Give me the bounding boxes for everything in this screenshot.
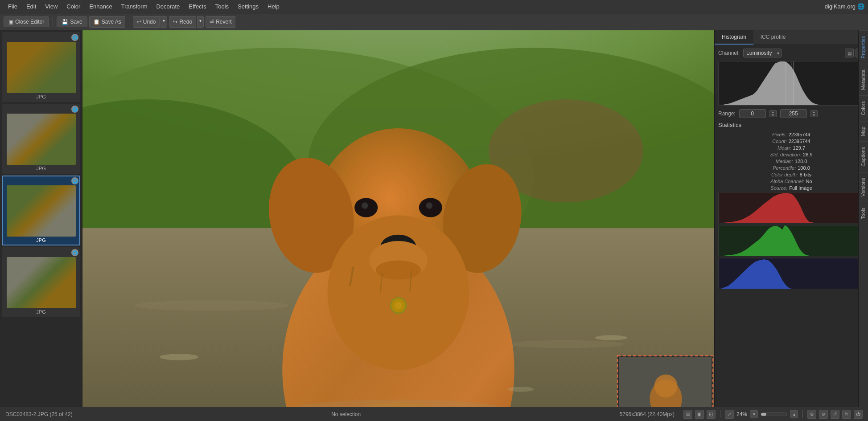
menu-view[interactable]: View bbox=[41, 1, 62, 12]
film-item-4-header: 🌐 bbox=[3, 248, 79, 257]
stat-row-count: Count: 22395744 bbox=[718, 139, 864, 144]
status-filename: DSC03483-2.JPG (25 of 42) bbox=[5, 411, 73, 417]
right-panel-tabs: Histogram ICC profile bbox=[715, 30, 868, 45]
range-max-spin[interactable]: ▲ ▼ bbox=[810, 110, 818, 117]
stat-value-alpha: No bbox=[806, 179, 812, 184]
menu-decorate[interactable]: Decorate bbox=[152, 1, 184, 12]
stat-row-percentile: Percentile: 100.0 bbox=[718, 165, 864, 171]
close-editor-icon: ▣ bbox=[8, 19, 13, 25]
stat-label-count: Count: bbox=[772, 139, 786, 144]
stat-row-source: Source: Full Image bbox=[718, 185, 864, 191]
range-min-input[interactable] bbox=[739, 109, 766, 118]
range-max-up[interactable]: ▲ bbox=[811, 110, 817, 114]
status-filename-section: DSC03483-2.JPG (25 of 42) bbox=[5, 411, 73, 417]
redo-icon: ↪ bbox=[173, 19, 177, 25]
vert-tab-versions[interactable]: Versions bbox=[859, 172, 868, 202]
range-min-spin[interactable]: ▲ ▼ bbox=[769, 110, 777, 117]
undo-button[interactable]: ↩ Undo bbox=[133, 16, 160, 28]
menu-file[interactable]: File bbox=[4, 1, 22, 12]
film-thumb-1 bbox=[7, 42, 76, 93]
menu-color[interactable]: Color bbox=[62, 1, 85, 12]
film-item-2-header: 🌐 bbox=[3, 105, 79, 114]
vert-tab-map[interactable]: Map bbox=[859, 121, 868, 141]
svg-point-25 bbox=[395, 302, 402, 309]
svg-point-33 bbox=[508, 387, 534, 392]
range-min-up[interactable]: ▲ bbox=[770, 110, 776, 114]
undo-group: ↩ Undo ▾ bbox=[133, 16, 168, 28]
film-globe-1: 🌐 bbox=[71, 34, 78, 41]
filmstrip-item-3[interactable]: 🌐 JPG bbox=[2, 176, 80, 245]
film-thumb-3 bbox=[7, 185, 76, 237]
menu-tools[interactable]: Tools bbox=[211, 1, 233, 12]
stat-label-source: Source: bbox=[770, 185, 787, 191]
stat-label-stddev: Std. deviation: bbox=[770, 152, 801, 157]
undo-icon: ↩ bbox=[137, 19, 141, 25]
tab-histogram[interactable]: Histogram bbox=[715, 30, 753, 45]
redo-dropdown-button[interactable]: ▾ bbox=[197, 16, 204, 28]
range-max-input[interactable] bbox=[780, 109, 807, 118]
stat-value-percentile: 100.0 bbox=[798, 165, 810, 171]
tab-icc-profile[interactable]: ICC profile bbox=[753, 30, 793, 45]
close-editor-button[interactable]: ▣ Close Editor bbox=[4, 16, 49, 27]
svg-point-31 bbox=[160, 354, 199, 360]
menu-settings[interactable]: Settings bbox=[233, 1, 263, 12]
film-label-1: JPG bbox=[3, 93, 79, 101]
status-action-btn-1[interactable]: ⊕ bbox=[807, 410, 816, 419]
redo-button[interactable]: ↪ Redo bbox=[169, 16, 196, 28]
svg-point-8 bbox=[508, 340, 624, 348]
status-icon-btn-1[interactable]: ⊞ bbox=[683, 410, 692, 419]
menu-help[interactable]: Help bbox=[263, 1, 284, 12]
image-area[interactable] bbox=[82, 30, 714, 407]
zoom-increase-button[interactable]: ▴ bbox=[790, 410, 798, 418]
status-sep bbox=[720, 410, 720, 418]
revert-group: ⏎ Revert bbox=[206, 16, 235, 28]
save-as-group: 📋 Save As bbox=[89, 16, 125, 28]
status-sep-2 bbox=[802, 410, 803, 418]
range-min-down[interactable]: ▼ bbox=[770, 114, 776, 117]
status-action-btn-3[interactable]: ↺ bbox=[831, 410, 839, 419]
zoom-decrease-button[interactable]: ▾ bbox=[750, 410, 758, 418]
status-selection: No selection bbox=[331, 411, 361, 417]
zoom-slider[interactable] bbox=[761, 413, 787, 416]
save-as-button[interactable]: 📋 Save As bbox=[89, 16, 125, 28]
stat-value-count: 22395744 bbox=[789, 139, 810, 144]
range-max-down[interactable]: ▼ bbox=[811, 114, 817, 117]
channel-select[interactable]: Luminosity Red Green Blue bbox=[743, 49, 782, 57]
status-icon-btn-3[interactable]: ◱ bbox=[707, 410, 716, 419]
status-action-btn-4[interactable]: ↻ bbox=[842, 410, 851, 419]
luminosity-histogram bbox=[718, 61, 864, 106]
menu-edit[interactable]: Edit bbox=[22, 1, 41, 12]
vert-tab-metadata[interactable]: Metadata bbox=[859, 64, 868, 95]
statistics-table: Pixels: 22395744 Count: 22395744 Mean: 1… bbox=[718, 132, 864, 191]
film-thumb-2 bbox=[7, 114, 76, 165]
vert-tab-properties[interactable]: Properties bbox=[859, 30, 868, 64]
status-action-btn-2[interactable]: ⊖ bbox=[819, 410, 828, 419]
zoom-fit-button[interactable]: ⤢ bbox=[725, 410, 734, 419]
vert-tab-captions[interactable]: Captions bbox=[859, 141, 868, 172]
filmstrip[interactable]: 🌐 JPG 🌐 JPG 🌐 JPG 🌐 JPG bbox=[0, 30, 82, 407]
channel-row: Channel: Luminosity Red Green Blue ▤ ◧ bbox=[718, 49, 864, 57]
status-icon-btn-2[interactable]: ▣ bbox=[695, 410, 704, 419]
film-label-4: JPG bbox=[3, 308, 79, 316]
status-action-btn-5[interactable]: ⏻ bbox=[854, 410, 863, 419]
stat-row-mean: Mean: 129.7 bbox=[718, 145, 864, 151]
vert-tab-colors[interactable]: Colors bbox=[859, 95, 868, 121]
revert-label: Revert bbox=[216, 19, 231, 25]
right-panel: Histogram ICC profile Channel: Luminosit… bbox=[714, 30, 868, 407]
main-image bbox=[82, 30, 714, 407]
menu-transform[interactable]: Transform bbox=[117, 1, 152, 12]
svg-point-7 bbox=[134, 300, 289, 311]
filmstrip-item-1[interactable]: 🌐 JPG bbox=[2, 32, 80, 102]
vert-tab-tools[interactable]: Tools bbox=[859, 202, 868, 225]
revert-button[interactable]: ⏎ Revert bbox=[206, 16, 235, 28]
menu-enhance[interactable]: Enhance bbox=[85, 1, 116, 12]
histogram-action-btn-1[interactable]: ▤ bbox=[845, 49, 854, 57]
filmstrip-item-2[interactable]: 🌐 JPG bbox=[2, 104, 80, 174]
save-button[interactable]: 💾 Save bbox=[57, 16, 87, 27]
menu-effects[interactable]: Effects bbox=[184, 1, 211, 12]
undo-dropdown-button[interactable]: ▾ bbox=[160, 16, 167, 28]
zoom-level: 24% bbox=[736, 411, 747, 417]
stat-label-alpha: Alpha Channel: bbox=[770, 179, 804, 184]
filmstrip-item-4[interactable]: 🌐 JPG bbox=[2, 247, 80, 317]
svg-point-20 bbox=[362, 202, 368, 208]
